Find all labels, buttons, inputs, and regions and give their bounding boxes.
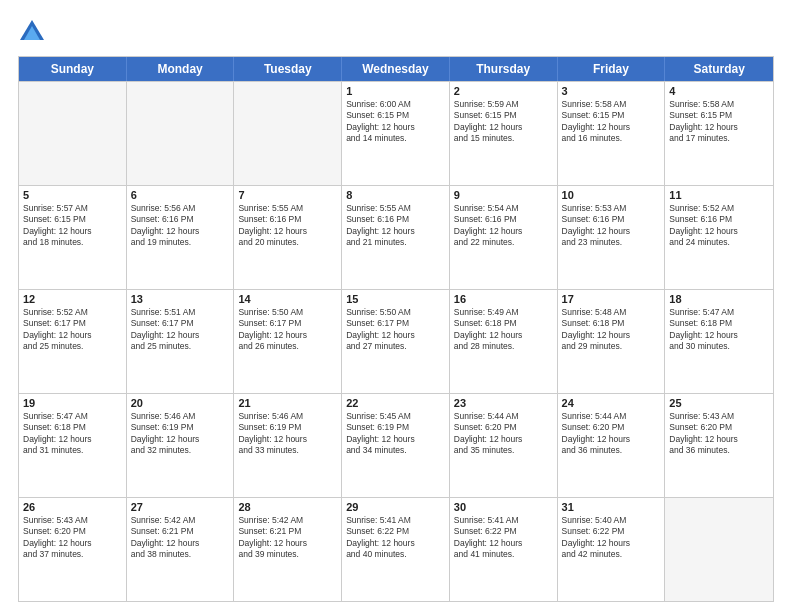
day-number: 14 — [238, 293, 337, 305]
day-info: Sunrise: 5:44 AM Sunset: 6:20 PM Dayligh… — [454, 411, 553, 457]
day-number: 2 — [454, 85, 553, 97]
calendar-cell — [127, 82, 235, 185]
calendar-cell: 5Sunrise: 5:57 AM Sunset: 6:15 PM Daylig… — [19, 186, 127, 289]
calendar-row-5: 26Sunrise: 5:43 AM Sunset: 6:20 PM Dayli… — [19, 497, 773, 601]
calendar-cell: 23Sunrise: 5:44 AM Sunset: 6:20 PM Dayli… — [450, 394, 558, 497]
day-info: Sunrise: 5:41 AM Sunset: 6:22 PM Dayligh… — [454, 515, 553, 561]
day-info: Sunrise: 5:47 AM Sunset: 6:18 PM Dayligh… — [669, 307, 769, 353]
day-number: 6 — [131, 189, 230, 201]
calendar-cell: 8Sunrise: 5:55 AM Sunset: 6:16 PM Daylig… — [342, 186, 450, 289]
day-number: 13 — [131, 293, 230, 305]
calendar-cell: 6Sunrise: 5:56 AM Sunset: 6:16 PM Daylig… — [127, 186, 235, 289]
day-info: Sunrise: 5:55 AM Sunset: 6:16 PM Dayligh… — [346, 203, 445, 249]
day-number: 28 — [238, 501, 337, 513]
day-info: Sunrise: 5:44 AM Sunset: 6:20 PM Dayligh… — [562, 411, 661, 457]
calendar-cell: 9Sunrise: 5:54 AM Sunset: 6:16 PM Daylig… — [450, 186, 558, 289]
logo-icon — [18, 18, 46, 46]
calendar-body: 1Sunrise: 6:00 AM Sunset: 6:15 PM Daylig… — [19, 81, 773, 601]
day-number: 24 — [562, 397, 661, 409]
day-info: Sunrise: 5:58 AM Sunset: 6:15 PM Dayligh… — [669, 99, 769, 145]
calendar-cell: 15Sunrise: 5:50 AM Sunset: 6:17 PM Dayli… — [342, 290, 450, 393]
calendar-row-2: 5Sunrise: 5:57 AM Sunset: 6:15 PM Daylig… — [19, 185, 773, 289]
calendar-cell — [665, 498, 773, 601]
day-number: 25 — [669, 397, 769, 409]
calendar-cell: 27Sunrise: 5:42 AM Sunset: 6:21 PM Dayli… — [127, 498, 235, 601]
page: SundayMondayTuesdayWednesdayThursdayFrid… — [0, 0, 792, 612]
calendar-cell: 22Sunrise: 5:45 AM Sunset: 6:19 PM Dayli… — [342, 394, 450, 497]
calendar-cell: 18Sunrise: 5:47 AM Sunset: 6:18 PM Dayli… — [665, 290, 773, 393]
day-number: 4 — [669, 85, 769, 97]
calendar-cell: 7Sunrise: 5:55 AM Sunset: 6:16 PM Daylig… — [234, 186, 342, 289]
day-number: 8 — [346, 189, 445, 201]
day-number: 18 — [669, 293, 769, 305]
calendar-cell: 1Sunrise: 6:00 AM Sunset: 6:15 PM Daylig… — [342, 82, 450, 185]
calendar-cell — [234, 82, 342, 185]
day-info: Sunrise: 5:50 AM Sunset: 6:17 PM Dayligh… — [346, 307, 445, 353]
header-day-sunday: Sunday — [19, 57, 127, 81]
header-day-monday: Monday — [127, 57, 235, 81]
header-day-wednesday: Wednesday — [342, 57, 450, 81]
day-number: 3 — [562, 85, 661, 97]
day-info: Sunrise: 5:54 AM Sunset: 6:16 PM Dayligh… — [454, 203, 553, 249]
calendar-cell: 17Sunrise: 5:48 AM Sunset: 6:18 PM Dayli… — [558, 290, 666, 393]
day-info: Sunrise: 5:43 AM Sunset: 6:20 PM Dayligh… — [669, 411, 769, 457]
calendar-cell: 21Sunrise: 5:46 AM Sunset: 6:19 PM Dayli… — [234, 394, 342, 497]
day-info: Sunrise: 5:55 AM Sunset: 6:16 PM Dayligh… — [238, 203, 337, 249]
calendar-cell: 26Sunrise: 5:43 AM Sunset: 6:20 PM Dayli… — [19, 498, 127, 601]
day-number: 27 — [131, 501, 230, 513]
day-info: Sunrise: 5:48 AM Sunset: 6:18 PM Dayligh… — [562, 307, 661, 353]
day-number: 17 — [562, 293, 661, 305]
calendar-cell: 11Sunrise: 5:52 AM Sunset: 6:16 PM Dayli… — [665, 186, 773, 289]
day-info: Sunrise: 5:51 AM Sunset: 6:17 PM Dayligh… — [131, 307, 230, 353]
calendar-cell: 24Sunrise: 5:44 AM Sunset: 6:20 PM Dayli… — [558, 394, 666, 497]
calendar-cell: 3Sunrise: 5:58 AM Sunset: 6:15 PM Daylig… — [558, 82, 666, 185]
day-number: 21 — [238, 397, 337, 409]
calendar-cell: 20Sunrise: 5:46 AM Sunset: 6:19 PM Dayli… — [127, 394, 235, 497]
day-number: 12 — [23, 293, 122, 305]
day-number: 1 — [346, 85, 445, 97]
calendar-cell: 4Sunrise: 5:58 AM Sunset: 6:15 PM Daylig… — [665, 82, 773, 185]
day-info: Sunrise: 5:46 AM Sunset: 6:19 PM Dayligh… — [238, 411, 337, 457]
day-number: 23 — [454, 397, 553, 409]
day-number: 11 — [669, 189, 769, 201]
day-number: 22 — [346, 397, 445, 409]
day-number: 5 — [23, 189, 122, 201]
day-info: Sunrise: 5:58 AM Sunset: 6:15 PM Dayligh… — [562, 99, 661, 145]
header-day-thursday: Thursday — [450, 57, 558, 81]
day-info: Sunrise: 5:52 AM Sunset: 6:17 PM Dayligh… — [23, 307, 122, 353]
logo — [18, 18, 50, 46]
calendar-cell: 19Sunrise: 5:47 AM Sunset: 6:18 PM Dayli… — [19, 394, 127, 497]
day-info: Sunrise: 5:45 AM Sunset: 6:19 PM Dayligh… — [346, 411, 445, 457]
day-info: Sunrise: 5:40 AM Sunset: 6:22 PM Dayligh… — [562, 515, 661, 561]
day-info: Sunrise: 5:41 AM Sunset: 6:22 PM Dayligh… — [346, 515, 445, 561]
day-number: 15 — [346, 293, 445, 305]
calendar-cell — [19, 82, 127, 185]
day-number: 20 — [131, 397, 230, 409]
day-info: Sunrise: 5:56 AM Sunset: 6:16 PM Dayligh… — [131, 203, 230, 249]
calendar-cell: 28Sunrise: 5:42 AM Sunset: 6:21 PM Dayli… — [234, 498, 342, 601]
header-day-tuesday: Tuesday — [234, 57, 342, 81]
calendar-cell: 29Sunrise: 5:41 AM Sunset: 6:22 PM Dayli… — [342, 498, 450, 601]
day-info: Sunrise: 5:42 AM Sunset: 6:21 PM Dayligh… — [238, 515, 337, 561]
day-info: Sunrise: 5:59 AM Sunset: 6:15 PM Dayligh… — [454, 99, 553, 145]
header — [18, 18, 774, 46]
calendar-cell: 25Sunrise: 5:43 AM Sunset: 6:20 PM Dayli… — [665, 394, 773, 497]
calendar: SundayMondayTuesdayWednesdayThursdayFrid… — [18, 56, 774, 602]
calendar-cell: 10Sunrise: 5:53 AM Sunset: 6:16 PM Dayli… — [558, 186, 666, 289]
calendar-cell: 16Sunrise: 5:49 AM Sunset: 6:18 PM Dayli… — [450, 290, 558, 393]
day-info: Sunrise: 5:57 AM Sunset: 6:15 PM Dayligh… — [23, 203, 122, 249]
calendar-cell: 13Sunrise: 5:51 AM Sunset: 6:17 PM Dayli… — [127, 290, 235, 393]
calendar-cell: 30Sunrise: 5:41 AM Sunset: 6:22 PM Dayli… — [450, 498, 558, 601]
day-number: 31 — [562, 501, 661, 513]
day-info: Sunrise: 5:47 AM Sunset: 6:18 PM Dayligh… — [23, 411, 122, 457]
day-info: Sunrise: 5:49 AM Sunset: 6:18 PM Dayligh… — [454, 307, 553, 353]
day-number: 26 — [23, 501, 122, 513]
calendar-row-4: 19Sunrise: 5:47 AM Sunset: 6:18 PM Dayli… — [19, 393, 773, 497]
header-day-friday: Friday — [558, 57, 666, 81]
day-number: 7 — [238, 189, 337, 201]
calendar-cell: 2Sunrise: 5:59 AM Sunset: 6:15 PM Daylig… — [450, 82, 558, 185]
header-day-saturday: Saturday — [665, 57, 773, 81]
day-info: Sunrise: 6:00 AM Sunset: 6:15 PM Dayligh… — [346, 99, 445, 145]
calendar-header: SundayMondayTuesdayWednesdayThursdayFrid… — [19, 57, 773, 81]
calendar-cell: 14Sunrise: 5:50 AM Sunset: 6:17 PM Dayli… — [234, 290, 342, 393]
